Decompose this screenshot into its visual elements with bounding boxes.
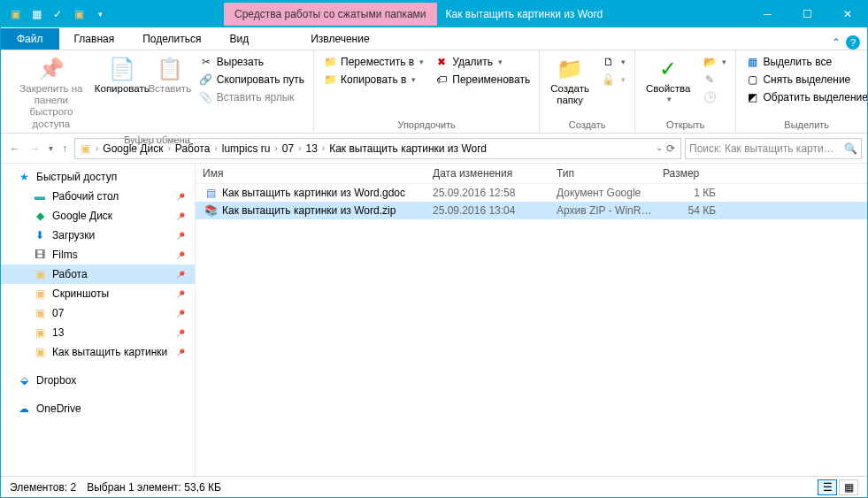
chevron-right-icon[interactable]: › bbox=[273, 143, 279, 153]
quick-access-toolbar: ▣ ▦ ✓ ▣ ▾ bbox=[1, 5, 109, 23]
col-header-name[interactable]: Имя bbox=[203, 167, 433, 180]
sidebar-item-07[interactable]: ▣07📍 bbox=[1, 303, 195, 323]
tab-home[interactable]: Главная bbox=[60, 28, 129, 50]
copy-path-button[interactable]: 🔗Скопировать путь bbox=[196, 72, 308, 88]
paste-button[interactable]: 📋 Вставить bbox=[148, 52, 192, 97]
sidebar-dropbox[interactable]: ⬙Dropbox bbox=[1, 371, 195, 390]
new-item-button[interactable]: 🗋▾ bbox=[598, 54, 629, 70]
chevron-down-icon: ▾ bbox=[667, 95, 672, 103]
sidebar-item-films[interactable]: 🎞Films📍 bbox=[1, 245, 195, 264]
breadcrumb-seg[interactable]: 13 bbox=[303, 142, 319, 155]
folder-icon: ▣ bbox=[6, 5, 24, 23]
selectall-icon: ▦ bbox=[745, 56, 759, 68]
sidebar-item-work[interactable]: ▣Работа📍 bbox=[1, 264, 195, 284]
chevron-right-icon[interactable]: › bbox=[296, 143, 303, 153]
pin-icon: 📍 bbox=[173, 306, 188, 320]
nav-forward-button[interactable]: → bbox=[26, 141, 43, 157]
breadcrumb[interactable]: ▣ › Google Диск› Работа› lumpics ru› 07›… bbox=[74, 138, 681, 159]
paste-shortcut-button[interactable]: 📎Вставить ярлык bbox=[196, 89, 308, 105]
properties-button[interactable]: ✓ Свойства ▾ bbox=[641, 52, 696, 106]
chevron-down-icon: ▾ bbox=[621, 75, 626, 84]
delete-button[interactable]: ✖Удалить▾ bbox=[431, 54, 534, 70]
window-title: Как вытащить картинки из Word bbox=[437, 8, 748, 20]
move-to-button[interactable]: 📁Переместить в▾ bbox=[319, 54, 427, 70]
col-header-date[interactable]: Дата изменения bbox=[433, 167, 557, 180]
sidebar-onedrive[interactable]: ☁OneDrive bbox=[1, 399, 195, 418]
qat-dropdown-icon[interactable]: ▾ bbox=[91, 5, 109, 23]
easy-access-button[interactable]: 🔓▾ bbox=[598, 72, 629, 88]
chevron-right-icon[interactable]: › bbox=[212, 143, 219, 153]
view-details-button[interactable]: ☰ bbox=[818, 479, 837, 495]
properties-icon: ✓ bbox=[659, 55, 677, 83]
col-header-type[interactable]: Тип bbox=[557, 167, 663, 180]
sidebar-quick-access[interactable]: ★Быстрый доступ bbox=[1, 167, 195, 187]
breadcrumb-seg[interactable]: 07 bbox=[280, 142, 296, 155]
breadcrumb-seg[interactable]: Google Диск bbox=[100, 142, 165, 155]
pin-quick-access-button[interactable]: 📌 Закрепить на панели быстрого доступа bbox=[6, 52, 96, 133]
copy-icon: 📄 bbox=[109, 55, 135, 83]
history-button[interactable]: 🕓 bbox=[699, 89, 730, 105]
file-tab[interactable]: Файл bbox=[1, 28, 60, 50]
rename-button[interactable]: 🏷Переименовать bbox=[431, 72, 534, 88]
select-none-button[interactable]: ▢Снять выделение bbox=[741, 72, 868, 88]
breadcrumb-seg[interactable]: lumpics ru bbox=[219, 142, 273, 155]
select-all-button[interactable]: ▦Выделить все bbox=[741, 54, 868, 70]
copy-button[interactable]: 📄 Копировать bbox=[100, 52, 144, 97]
nav-back-button[interactable]: ← bbox=[6, 141, 24, 157]
sidebar-item-downloads[interactable]: ⬇Загрузки📍 bbox=[1, 226, 195, 245]
breadcrumb-seg[interactable]: Как вытащить картинки из Word bbox=[326, 142, 489, 155]
sidebar-item-desktop[interactable]: ▬Рабочий стол📍 bbox=[1, 187, 195, 206]
sidebar-item-extract-pics[interactable]: ▣Как вытащить картинки📍 bbox=[1, 342, 195, 362]
nav-up-button[interactable]: ↑ bbox=[58, 141, 71, 157]
star-icon: ★ bbox=[17, 171, 31, 183]
chevron-right-icon[interactable]: › bbox=[94, 143, 100, 153]
copy-to-button[interactable]: 📁Копировать в▾ bbox=[319, 72, 427, 88]
invert-selection-button[interactable]: ◩Обратить выделение bbox=[741, 89, 868, 105]
ribbon-collapse-icon[interactable]: ⌃ bbox=[832, 36, 841, 49]
history-icon: 🕓 bbox=[703, 91, 717, 103]
tab-extract[interactable]: Извлечение bbox=[275, 28, 404, 50]
cut-button[interactable]: ✂Вырезать bbox=[196, 54, 308, 70]
group-label-organize: Упорядочить bbox=[319, 118, 534, 133]
help-icon[interactable]: ? bbox=[846, 35, 860, 50]
search-input[interactable]: Поиск: Как вытащить карти… 🔍 bbox=[685, 138, 862, 159]
breadcrumb-dropdown-icon[interactable]: ⌄ bbox=[656, 142, 663, 155]
folder-icon: ▣ bbox=[33, 326, 47, 339]
context-tab-label: Средства работы со сжатыми папками bbox=[224, 3, 437, 26]
ribbon: 📌 Закрепить на панели быстрого доступа 📄… bbox=[1, 50, 867, 134]
qat-check-icon[interactable]: ✓ bbox=[49, 5, 66, 23]
pin-icon: 📍 bbox=[173, 248, 188, 262]
cloud-icon: ☁ bbox=[17, 402, 31, 415]
refresh-button[interactable]: ⟳ bbox=[666, 142, 675, 155]
sidebar: ★Быстрый доступ ▬Рабочий стол📍 ◆Google Д… bbox=[1, 164, 196, 476]
tab-view[interactable]: Вид bbox=[215, 28, 263, 50]
nav-history-button[interactable]: ▾ bbox=[45, 142, 57, 155]
chevron-right-icon[interactable]: › bbox=[320, 143, 326, 153]
file-row[interactable]: 📚 Как вытащить картинки из Word.zip 25.0… bbox=[196, 202, 867, 219]
edit-button[interactable]: ✎ bbox=[699, 72, 730, 88]
col-header-size[interactable]: Размер bbox=[663, 167, 860, 180]
ribbon-group-create: 📁 Создать папку 🗋▾ 🔓▾ Создать bbox=[540, 50, 635, 133]
copyto-icon: 📁 bbox=[323, 73, 337, 86]
qat-properties-icon[interactable]: ▦ bbox=[27, 5, 45, 23]
view-large-button[interactable]: ▦ bbox=[839, 479, 858, 495]
chevron-down-icon: ▾ bbox=[498, 57, 503, 66]
sidebar-item-screenshots[interactable]: ▣Скриншоты📍 bbox=[1, 284, 195, 303]
breadcrumb-seg[interactable]: Работа bbox=[173, 142, 213, 155]
search-icon[interactable]: 🔍 bbox=[844, 142, 857, 155]
chevron-right-icon[interactable]: › bbox=[165, 143, 172, 153]
open-button[interactable]: 📂▾ bbox=[699, 54, 730, 70]
tab-share[interactable]: Поделиться bbox=[128, 28, 215, 50]
sidebar-item-gdrive[interactable]: ◆Google Диск📍 bbox=[1, 206, 195, 226]
maximize-button[interactable]: ☐ bbox=[787, 1, 827, 27]
close-button[interactable]: ✕ bbox=[827, 1, 867, 27]
sidebar-item-13[interactable]: ▣13📍 bbox=[1, 323, 195, 342]
pin-icon: 📍 bbox=[173, 287, 188, 301]
new-folder-button[interactable]: 📁 Создать папку bbox=[545, 52, 595, 109]
file-row[interactable]: ▤ Как вытащить картинки из Word.gdoc 25.… bbox=[196, 184, 867, 202]
delete-icon: ✖ bbox=[434, 56, 449, 68]
qat-newfolder-icon[interactable]: ▣ bbox=[70, 5, 88, 23]
moveto-icon: 📁 bbox=[323, 56, 337, 68]
minimize-button[interactable]: ─ bbox=[748, 1, 787, 27]
ribbon-group-open: ✓ Свойства ▾ 📂▾ ✎ 🕓 Открыть bbox=[635, 50, 737, 133]
